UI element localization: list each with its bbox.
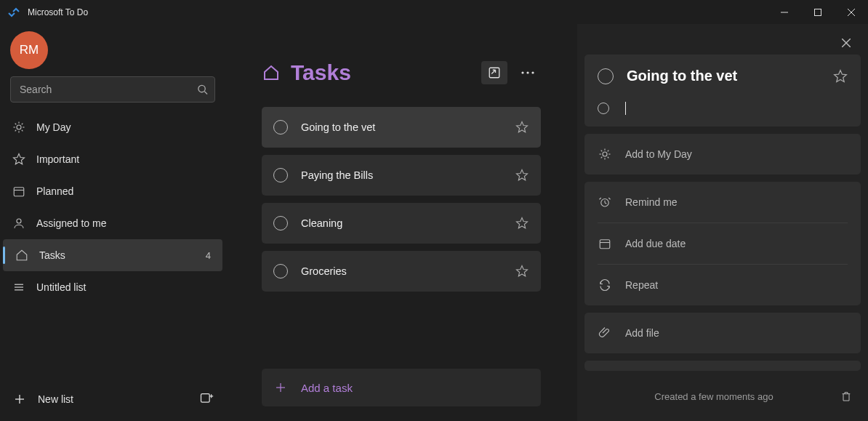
svg-rect-15 — [14, 188, 24, 196]
sidebar-item-label: Important — [36, 153, 79, 165]
star-button[interactable] — [515, 168, 529, 183]
avatar[interactable]: RM — [10, 31, 48, 69]
bell-icon — [598, 195, 612, 209]
text-cursor — [625, 102, 626, 115]
sidebar-item-my-day[interactable]: My Day — [0, 111, 225, 143]
window-controls — [768, 0, 868, 24]
svg-line-41 — [601, 157, 603, 159]
star-button[interactable] — [515, 216, 529, 230]
sidebar-item-label: Assigned to me — [36, 217, 107, 229]
detail-title[interactable]: Going to the vet — [627, 68, 833, 84]
task-row[interactable]: Paying the Bills — [262, 155, 541, 196]
close-button[interactable] — [835, 0, 868, 24]
task-count: 4 — [206, 250, 211, 261]
star-button[interactable] — [515, 264, 529, 278]
more-button[interactable] — [515, 61, 541, 84]
svg-line-45 — [605, 203, 606, 204]
titlebar: Microsoft To Do — [0, 0, 868, 24]
maximize-button[interactable] — [801, 0, 835, 24]
calendar-icon — [598, 236, 612, 251]
complete-toggle[interactable] — [598, 103, 609, 114]
svg-line-46 — [600, 198, 601, 199]
add-task-placeholder: Add a task — [301, 382, 353, 394]
svg-point-17 — [17, 219, 21, 223]
option-label: Repeat — [625, 279, 658, 291]
repeat-button[interactable]: Repeat — [584, 265, 861, 305]
plus-icon — [12, 391, 28, 407]
option-label: Add file — [625, 327, 659, 339]
svg-line-42 — [608, 151, 609, 152]
new-list-button[interactable]: New list — [38, 393, 73, 405]
minimize-button[interactable] — [768, 0, 801, 24]
search-box — [10, 76, 215, 103]
option-label: Remind me — [625, 196, 678, 208]
main-panel: Tasks Going to the vet Paying the Bills … — [225, 24, 577, 421]
delete-button[interactable] — [837, 388, 855, 405]
svg-point-6 — [17, 125, 21, 129]
svg-line-5 — [204, 92, 207, 95]
sun-icon — [12, 120, 26, 135]
note-area[interactable] — [584, 361, 861, 371]
sidebar-item-label: Untitled list — [36, 281, 86, 293]
detail-panel: Going to the vet Add to My Day Remind me — [577, 24, 868, 421]
task-row[interactable]: Cleaning — [262, 203, 541, 244]
sidebar: RM My Day Important Planned — [0, 24, 225, 421]
plus-icon — [273, 380, 288, 395]
add-due-date-button[interactable]: Add due date — [584, 223, 861, 264]
search-input[interactable] — [10, 76, 215, 103]
task-title: Cleaning — [301, 217, 342, 229]
complete-toggle[interactable] — [273, 264, 288, 278]
svg-point-29 — [531, 71, 534, 73]
task-title: Paying the Bills — [301, 169, 373, 181]
add-task-input[interactable]: Add a task — [262, 369, 541, 406]
sidebar-item-label: Tasks — [39, 249, 65, 261]
sidebar-item-label: Planned — [36, 185, 73, 197]
complete-toggle[interactable] — [273, 216, 288, 230]
star-button[interactable] — [833, 69, 848, 84]
task-title: Groceries — [301, 265, 347, 277]
svg-line-14 — [22, 124, 23, 125]
sidebar-item-tasks[interactable]: Tasks 4 — [3, 239, 222, 271]
svg-point-27 — [521, 71, 523, 73]
close-detail-button[interactable] — [835, 31, 858, 55]
sidebar-item-planned[interactable]: Planned — [0, 175, 225, 207]
svg-point-34 — [603, 152, 607, 156]
search-icon — [197, 84, 208, 95]
paperclip-icon — [598, 326, 612, 340]
svg-rect-26 — [489, 68, 499, 78]
svg-line-47 — [608, 198, 610, 199]
option-label: Add to My Day — [625, 148, 692, 160]
suggestions-button[interactable] — [481, 61, 507, 84]
option-label: Add due date — [625, 238, 686, 249]
new-group-button[interactable] — [199, 392, 214, 406]
page-title: Tasks — [291, 60, 351, 85]
star-button[interactable] — [515, 120, 529, 135]
complete-toggle[interactable] — [273, 168, 288, 183]
home-icon — [262, 63, 281, 82]
add-to-my-day-button[interactable]: Add to My Day — [584, 134, 861, 175]
complete-toggle[interactable] — [598, 68, 614, 84]
task-row[interactable]: Groceries — [262, 251, 541, 292]
calendar-icon — [12, 184, 26, 199]
app-title: Microsoft To Do — [28, 7, 88, 17]
svg-point-4 — [198, 85, 205, 92]
add-step-input[interactable] — [584, 97, 861, 127]
add-file-button[interactable]: Add file — [584, 313, 861, 353]
repeat-icon — [598, 278, 612, 292]
list-icon — [12, 280, 26, 294]
svg-line-40 — [608, 157, 609, 159]
svg-rect-48 — [600, 240, 610, 249]
remind-me-button[interactable]: Remind me — [584, 182, 861, 222]
svg-line-12 — [22, 130, 23, 132]
task-row[interactable]: Going to the vet — [262, 107, 541, 148]
sidebar-item-untitled[interactable]: Untitled list — [0, 271, 225, 303]
sidebar-item-important[interactable]: Important — [0, 143, 225, 175]
sidebar-item-assigned[interactable]: Assigned to me — [0, 207, 225, 239]
star-icon — [12, 152, 26, 167]
sidebar-item-label: My Day — [36, 121, 71, 133]
svg-point-28 — [526, 71, 529, 73]
sun-icon — [598, 147, 612, 161]
svg-rect-23 — [201, 394, 210, 403]
home-icon — [15, 248, 29, 262]
complete-toggle[interactable] — [273, 120, 288, 135]
